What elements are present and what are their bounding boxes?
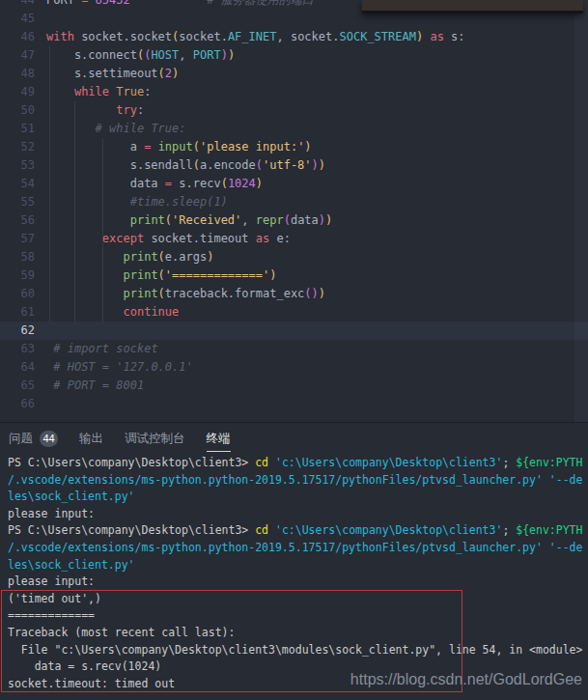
- code-token: :: [137, 103, 144, 117]
- code-token: ): [221, 48, 228, 62]
- code-token: while: [74, 85, 116, 98]
- terminal-line: les\sock_client.py': [0, 489, 588, 506]
- code-token: [46, 195, 130, 209]
- terminal-token: please input:: [8, 574, 95, 588]
- code-token: SOCK_STREAM: [339, 30, 415, 43]
- code-line: 53 s.sendall(a.encode('utf-8')): [0, 156, 588, 175]
- code-token: [46, 85, 74, 98]
- panel-tab-output[interactable]: 输出: [79, 431, 103, 452]
- code-line: 59 print('============='): [0, 266, 588, 285]
- terminal-token: [543, 473, 549, 487]
- code-line: 46with socket.socket(socket.AF_INET, soc…: [0, 28, 588, 46]
- code-token: (: [158, 287, 165, 300]
- terminal-token: les\sock_client.py': [8, 558, 135, 572]
- terminal-line: PS C:\Users\company\Desktop\client3> cd …: [0, 455, 588, 472]
- code-line: 50 try:: [0, 101, 588, 120]
- code-token: print: [130, 213, 165, 227]
- code-line: 63 # import socket: [0, 340, 588, 358]
- terminal-output[interactable]: PS C:\Users\company\Desktop\client3> cd …: [0, 455, 588, 692]
- terminal-token: socket.timeout: timed out: [8, 677, 175, 690]
- code-token: , socket.: [276, 30, 339, 43]
- line-number: 64: [0, 358, 46, 377]
- code-token: [46, 268, 123, 282]
- code-token: ,: [179, 48, 192, 62]
- code-token: ): [228, 48, 235, 62]
- code-token: PORT: [46, 0, 81, 7]
- line-number: 50: [0, 101, 46, 120]
- line-number: 47: [0, 46, 46, 65]
- code-token: [88, 0, 95, 7]
- code-token: e:: [269, 232, 291, 245]
- code-token: socket.socket: [74, 30, 172, 43]
- panel-tab-debug-console[interactable]: 调试控制台: [125, 431, 185, 452]
- code-line: 64 # HOST = '127.0.0.1': [0, 358, 588, 377]
- code-token: (: [158, 268, 165, 282]
- line-number: 44: [0, 0, 46, 10]
- code-token: (): [304, 287, 318, 300]
- code-token: [46, 287, 123, 300]
- code-token: except: [102, 232, 144, 245]
- code-token: traceback.format_exc: [165, 287, 305, 300]
- code-token: # PORT = 8001: [53, 378, 144, 392]
- terminal-token: '--de: [549, 473, 583, 487]
- line-number: 65: [0, 377, 46, 395]
- terminal-token: /.vscode/extensions/ms-python.python-201…: [8, 473, 543, 487]
- code-token: [46, 103, 116, 117]
- code-token: [151, 140, 157, 154]
- terminal-token: =============: [8, 608, 95, 622]
- code-token: (: [221, 177, 228, 190]
- line-number: 48: [0, 65, 46, 83]
- terminal-token: Traceback (most recent call last):: [8, 626, 235, 639]
- line-number: 57: [0, 230, 46, 248]
- line-number: 53: [0, 156, 46, 175]
- terminal-token: ('timed out',): [8, 592, 101, 605]
- code-editor[interactable]: 44PORT = 65432 # 服务器使用的端口4546with socket…: [0, 0, 588, 422]
- panel-tabs: 问题44输出调试控制台终端: [0, 423, 588, 452]
- code-line: 52 a = input('please input:'): [0, 138, 588, 156]
- code-line: 60 print(traceback.format_exc()): [0, 285, 588, 303]
- code-token: a.encode: [200, 158, 256, 172]
- line-number: 63: [0, 340, 46, 358]
- code-token: (: [256, 158, 263, 172]
- code-token: print: [123, 287, 157, 300]
- panel-tab-problems[interactable]: 问题44: [9, 431, 58, 452]
- line-number: 52: [0, 138, 46, 156]
- code-token: ): [207, 250, 213, 264]
- line-number: 60: [0, 285, 46, 303]
- code-token: ): [319, 158, 325, 172]
- line-number: 55: [0, 193, 46, 211]
- terminal-token: 'c:\Users\company\Desktop\client3': [275, 523, 502, 537]
- terminal-token: [543, 541, 549, 554]
- code-token: (: [193, 158, 200, 172]
- line-number: 66: [0, 395, 46, 413]
- code-token: AF_INET: [228, 30, 277, 43]
- code-line: 61 continue: [0, 303, 588, 322]
- panel-tab-terminal[interactable]: 终端: [207, 431, 231, 452]
- code-line: 57 except socket.timeout as e:: [0, 230, 588, 248]
- code-token: ,: [241, 213, 255, 227]
- code-token: 65432: [96, 0, 130, 7]
- code-token: # HOST = '127.0.0.1': [53, 360, 193, 374]
- panel-tab-label: 调试控制台: [125, 431, 185, 447]
- code-line: 55 #time.sleep(1): [0, 193, 588, 211]
- code-token: ): [172, 67, 179, 80]
- debug-toolbar-overlay[interactable]: [362, 0, 583, 14]
- code-token: # import socket: [53, 342, 157, 355]
- code-token: try: [116, 103, 137, 117]
- terminal-token: cd: [255, 523, 275, 537]
- code-token: as: [423, 30, 451, 43]
- code-token: 1024: [228, 177, 256, 190]
- terminal-token: PS C:\Users\company\Desktop\client3>: [8, 523, 255, 537]
- code-token: =: [165, 177, 172, 190]
- line-number: 46: [0, 28, 46, 46]
- code-token: ): [319, 213, 325, 227]
- code-token: (: [193, 140, 200, 154]
- minimap-scrollbar[interactable]: [574, 0, 588, 422]
- terminal-token: PS C:\Users\company\Desktop\client3>: [8, 456, 255, 469]
- code-token: e.args: [165, 250, 207, 264]
- terminal-token: ;: [502, 456, 516, 469]
- code-token: HOST: [151, 48, 179, 62]
- code-token: ): [304, 140, 311, 154]
- code-line: 49 while True:: [0, 83, 588, 101]
- terminal-line: les\sock_client.py': [0, 557, 588, 574]
